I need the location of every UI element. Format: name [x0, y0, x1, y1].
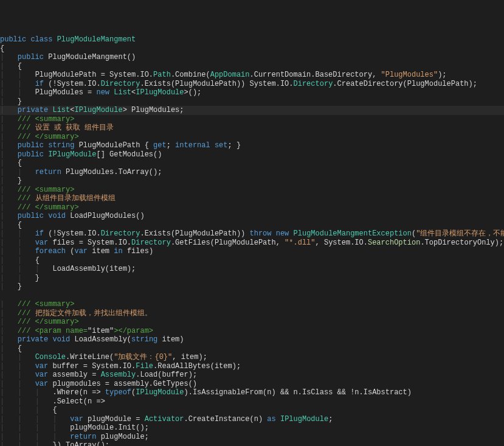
code-line[interactable]: | | var files = System.IO.Directory.GetF…	[0, 239, 504, 248]
code-line[interactable]: | | }	[0, 274, 504, 283]
code-token: ///	[18, 309, 35, 318]
code-token	[52, 35, 57, 44]
code-token: {	[18, 62, 22, 71]
code-line[interactable]: | {	[0, 62, 504, 71]
code-line[interactable]: | | | | return plugModule;	[0, 433, 504, 442]
code-line[interactable]: | /// </summary>	[0, 203, 504, 212]
code-token: PlugModuleMangmentException	[294, 229, 412, 238]
code-line[interactable]: | {	[0, 159, 504, 168]
code-line[interactable]	[0, 291, 504, 301]
code-line[interactable]: | public PlugModuleMangment()	[0, 53, 504, 62]
code-token: public	[0, 35, 26, 44]
code-token: , System.IO.	[316, 239, 368, 247]
code-token: set	[215, 141, 228, 150]
code-token: files)	[123, 247, 153, 256]
code-token: }	[18, 97, 22, 106]
code-token: throw	[250, 229, 272, 238]
code-line[interactable]: {	[0, 44, 504, 54]
code-token: PlugModulePath {	[74, 141, 153, 150]
code-token: assembly =	[48, 371, 100, 379]
code-token: );	[438, 71, 446, 79]
code-token: foreach	[35, 247, 66, 256]
code-token: (	[66, 247, 74, 256]
code-line[interactable]: | | | LoadAssembly(item);	[0, 265, 504, 274]
code-token: internal	[175, 141, 210, 150]
code-line[interactable]: | private void LoadAssembly(string item)	[0, 335, 504, 344]
code-token: public	[18, 141, 44, 150]
code-token: IPlugModule	[280, 415, 328, 423]
code-token: .Load(buffer);	[136, 371, 197, 379]
code-line[interactable]: | | var buffer = System.IO.File.ReadAllB…	[0, 362, 504, 371]
code-line[interactable]: | | | | var plugModule = Activator.Creat…	[0, 415, 504, 424]
code-token: .Where(n =>	[52, 388, 105, 397]
code-line[interactable]: | | | }).ToArray();	[0, 441, 504, 446]
code-line[interactable]: | /// </summary>	[0, 318, 504, 327]
code-line[interactable]: | /// </summary>	[0, 133, 504, 142]
code-token: List	[114, 88, 131, 97]
code-line[interactable]: | | | | plugModule.Init();	[0, 423, 504, 433]
code-line[interactable]: | | foreach (var item in files)	[0, 247, 504, 256]
code-token	[272, 229, 276, 238]
code-token: IPlugModule	[136, 88, 184, 97]
code-line[interactable]: | | return PlugModules.ToArray();	[0, 168, 504, 177]
code-line[interactable]: | | | {	[0, 406, 504, 415]
code-token: (!System.IO.	[44, 80, 101, 88]
code-token: Assembly	[101, 371, 136, 379]
code-editor[interactable]: public class PlugModuleMangment{| public…	[0, 35, 504, 446]
code-line[interactable]: | /// <summary>	[0, 115, 504, 124]
code-token: if	[35, 229, 44, 238]
code-token: return	[70, 433, 96, 441]
code-token: ///	[18, 124, 35, 132]
code-line[interactable]: | | PlugModules = new List<IPlugModule>(…	[0, 88, 504, 97]
code-line[interactable]: | /// <summary>	[0, 186, 504, 195]
code-token: Path	[153, 71, 171, 79]
code-token: Directory	[131, 239, 171, 247]
code-line[interactable]: | /// 把指定文件加载，并找出组件模组。	[0, 309, 504, 318]
code-token: .Exists(PlugModulePath))	[140, 229, 249, 238]
code-line[interactable]: | | var plugmodules = assembly.GetTypes(…	[0, 380, 504, 389]
code-token: .CurrentDomain.BaseDirectory,	[250, 71, 381, 79]
code-token: "item"	[88, 327, 114, 335]
code-line[interactable]: | | {	[0, 256, 504, 265]
code-token: new	[96, 88, 109, 97]
code-line[interactable]: | | if (!System.IO.Directory.Exists(Plug…	[0, 80, 504, 89]
code-token: IPlugModule	[136, 388, 184, 397]
code-token: "加载文件：{0}"	[114, 353, 172, 361]
code-line[interactable]: | /// 设置 或 获取 组件目录	[0, 124, 504, 133]
code-token: var	[35, 371, 49, 379]
code-line[interactable]: | }	[0, 282, 504, 291]
code-line[interactable]: | private List<IPlugModule> PlugModules;	[0, 106, 504, 115]
code-line[interactable]: | | var assembly = Assembly.Load(buffer)…	[0, 371, 504, 380]
code-token: PlugModuleMangment()	[44, 53, 136, 61]
code-line[interactable]: | | | .Where(n => typeof(IPlugModule).Is…	[0, 388, 504, 397]
code-token: new	[276, 229, 289, 238]
code-token: PlugModules =	[35, 88, 97, 97]
code-line[interactable]: | public IPlugModule[] GetModules()	[0, 150, 504, 159]
code-token: var	[35, 362, 49, 371]
code-line[interactable]: | {	[0, 344, 504, 354]
code-line[interactable]: | {	[0, 221, 504, 230]
code-line[interactable]: | public string PlugModulePath { get; in…	[0, 141, 504, 150]
code-line[interactable]: | public void LoadPlugModules()	[0, 212, 504, 221]
code-token: {	[18, 159, 22, 167]
code-token: IPlugModule	[48, 150, 96, 159]
code-token: .CreateInstance(n)	[184, 415, 268, 423]
code-token: }	[18, 282, 22, 291]
code-line[interactable]: | }	[0, 176, 504, 186]
code-token: /// </summary>	[18, 203, 79, 212]
code-line[interactable]: | /// 从组件目录加载组件模组	[0, 194, 504, 203]
code-line[interactable]: | | if (!System.IO.Directory.Exists(Plug…	[0, 229, 504, 239]
code-line[interactable]: | | | .Select(n =>	[0, 397, 504, 406]
code-token: string	[48, 141, 74, 150]
code-line[interactable]: | }	[0, 97, 504, 106]
code-token: PlugModules.ToArray();	[61, 168, 162, 176]
code-line[interactable]: public class PlugModuleMangment	[0, 35, 504, 44]
code-line[interactable]: | /// <summary>	[0, 300, 504, 309]
code-line[interactable]: | | Console.WriteLine("加载文件：{0}", item);	[0, 353, 504, 362]
code-line[interactable]: | | PlugModulePath = System.IO.Path.Comb…	[0, 71, 504, 80]
code-token: var	[74, 247, 88, 256]
code-token: "PlugModules"	[381, 71, 438, 79]
code-token: private	[18, 335, 48, 344]
code-token: plugmodules = assembly.GetTypes()	[48, 380, 197, 388]
code-line[interactable]: | /// <param name="item"></param>	[0, 327, 504, 336]
